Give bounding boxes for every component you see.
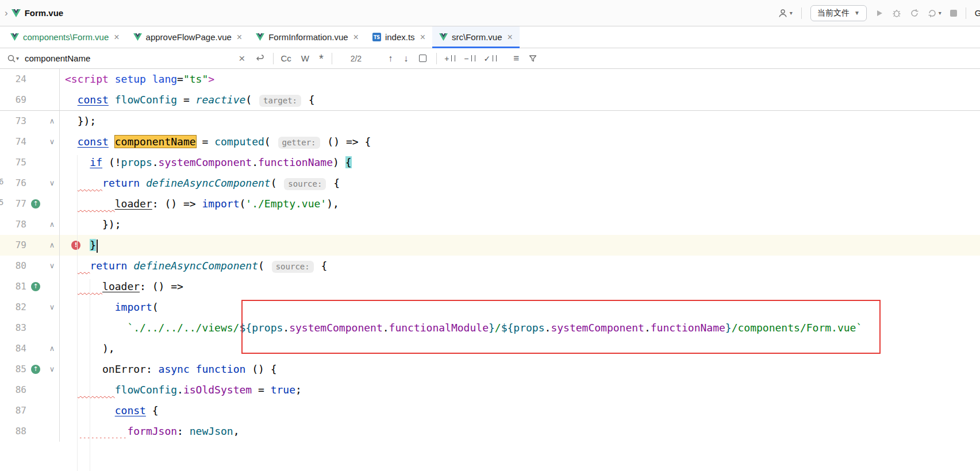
selection-bars-icon	[451, 55, 455, 61]
tab-close-icon[interactable]: ×	[237, 32, 242, 43]
divider	[966, 7, 966, 19]
select-all-occurrences-button[interactable]: ✓	[484, 54, 497, 63]
gutter: 88	[0, 421, 60, 442]
run-with-coverage-button[interactable]	[910, 9, 919, 18]
divider	[332, 53, 332, 64]
code-line-87[interactable]: 87 const {	[0, 400, 980, 421]
clear-search-icon[interactable]: ×	[239, 53, 245, 64]
fold-down-icon[interactable]: ∨	[45, 173, 59, 194]
code-line-82[interactable]: 82∨ import(	[0, 297, 980, 318]
next-match-button[interactable]: ↓	[403, 53, 408, 64]
debug-button[interactable]	[892, 9, 901, 18]
tab-close-icon[interactable]: ×	[507, 32, 512, 43]
line-number: 80	[0, 256, 26, 276]
fold-up-icon[interactable]: ∧	[45, 235, 59, 256]
rerun-button[interactable]: ▾	[928, 9, 941, 18]
regex-toggle[interactable]: *	[319, 53, 324, 64]
code-line-83[interactable]: 83 `./../../../views/${props.systemCompo…	[0, 318, 980, 338]
code-line-80[interactable]: 80∨ return defineAsyncComponent( source:…	[0, 256, 980, 276]
tab-src-form-vue[interactable]: src\Form.vue×	[432, 26, 520, 48]
code-line-75[interactable]: 75 if (!props.systemComponent.functionNa…	[0, 152, 980, 173]
fold-down-icon[interactable]: ∨	[45, 132, 59, 152]
gutter: 73∧	[0, 111, 60, 132]
code-line-84[interactable]: 84∧ ),	[0, 338, 980, 359]
code-line-69[interactable]: 69 const flowConfig = reactive( target: …	[0, 90, 980, 110]
text-caret	[97, 240, 98, 253]
tab-label: components\Form.vue	[23, 32, 109, 42]
selection-bars-icon	[493, 55, 497, 61]
match-count: 2/2	[351, 54, 362, 63]
search-options-icon[interactable]: ≡	[513, 53, 519, 64]
code-line-76[interactable]: 76∨ return defineAsyncComponent( source:…	[0, 173, 980, 194]
code-text: return defineAsyncComponent( source: {	[60, 256, 327, 276]
chevron-down-icon: ▼	[854, 10, 860, 16]
code-line-81[interactable]: 81↑ loader: () =>	[0, 276, 980, 297]
line-number: 74	[0, 132, 26, 152]
tab-close-icon[interactable]: ×	[420, 32, 425, 43]
newline-icon[interactable]	[255, 55, 264, 63]
indent-guide	[90, 279, 90, 471]
fold-down-icon[interactable]: ∨	[45, 297, 59, 318]
match-case-toggle[interactable]: Cc	[280, 53, 291, 63]
code-line-74[interactable]: 74∨ const componentName = computed( gett…	[0, 132, 980, 152]
run-button[interactable]	[875, 9, 883, 17]
tab-approveflowpage-vue[interactable]: approveFlowPage.vue×	[126, 26, 249, 48]
gutter: 69	[0, 90, 60, 110]
gutter: 80∨	[0, 256, 60, 276]
divider	[801, 7, 802, 19]
code-line-78[interactable]: 78∧ });	[0, 214, 980, 235]
search-input[interactable]: componentName	[25, 53, 90, 63]
user-account-button[interactable]: ▾	[778, 8, 793, 18]
tab-index-ts[interactable]: TSindex.ts×	[366, 26, 432, 48]
sticky-lines: 24<script setup lang="ts">69 const flowC…	[0, 69, 980, 111]
open-in-find-window-button[interactable]	[419, 55, 426, 62]
code-line-24[interactable]: 24<script setup lang="ts">	[0, 69, 980, 90]
gutter: 85↑∨	[0, 359, 60, 380]
code-line-85[interactable]: 85↑∨ onError: async function () {	[0, 359, 980, 380]
line-number: 87	[0, 400, 26, 421]
fold-up-icon[interactable]: ∧	[45, 338, 59, 359]
code-text: const componentName = computed( getter: …	[60, 132, 371, 152]
code-text: `./../../../views/${props.systemComponen…	[60, 318, 862, 338]
gutter: 84∧	[0, 338, 60, 359]
code-line-73[interactable]: 73∧ });	[0, 111, 980, 132]
tab-close-icon[interactable]: ×	[114, 32, 119, 43]
add-selection-button[interactable]: +	[444, 54, 455, 63]
tab-label: FormInformation.vue	[268, 32, 348, 42]
stop-button[interactable]	[950, 10, 957, 17]
run-configuration-selector[interactable]: 当前文件 ▼	[810, 5, 867, 21]
fold-down-icon[interactable]: ∨	[45, 359, 59, 380]
filter-icon[interactable]	[529, 55, 537, 63]
code-text: ),	[60, 338, 115, 359]
tab-close-icon[interactable]: ×	[353, 32, 359, 43]
code-line-77[interactable]: 77↑ loader: () => import('./Empty.vue'),	[0, 194, 980, 214]
chevron-down-icon: ▾	[790, 10, 793, 16]
window-title: Form.vue	[25, 8, 64, 18]
implementation-up-gutter-icon[interactable]: ↑	[26, 365, 45, 374]
git-widget[interactable]: Git	[975, 8, 980, 18]
fold-up-icon[interactable]: ∧	[45, 214, 59, 235]
fold-up-icon[interactable]: ∧	[45, 111, 59, 132]
whole-words-toggle[interactable]: W	[301, 53, 309, 63]
implementation-up-gutter-icon[interactable]: ↑	[26, 282, 45, 291]
search-icon[interactable]: ▾	[7, 54, 19, 63]
code-line-79[interactable]: 79∧ }!	[0, 235, 980, 256]
error-gutter-icon[interactable]: !	[71, 241, 80, 250]
tab-forminformation-vue[interactable]: FormInformation.vue×	[249, 26, 366, 48]
code-text: <script setup lang="ts">	[60, 69, 214, 90]
gutter: 74∨	[0, 132, 60, 152]
implementation-up-gutter-icon[interactable]: ↑	[26, 199, 45, 209]
previous-match-button[interactable]: ↑	[388, 53, 393, 64]
code-line-88[interactable]: 88 formJson: newJson,	[0, 421, 980, 442]
fold-down-icon[interactable]: ∨	[45, 256, 59, 276]
menu-chevron-icon[interactable]: ›	[5, 7, 8, 19]
line-number: 24	[0, 69, 26, 90]
search-history-chevron-icon[interactable]: ▾	[16, 55, 19, 61]
selection-bars-icon	[471, 55, 475, 61]
code-text: const flowConfig = reactive( target: {	[60, 90, 315, 110]
line-number: 73	[0, 111, 26, 132]
code-line-86[interactable]: 86 flowConfig.isOldSystem = true;	[0, 380, 980, 400]
tab-components-form-vue[interactable]: components\Form.vue×	[3, 26, 126, 48]
remove-selection-button[interactable]: −	[464, 54, 475, 63]
code-editor[interactable]: 24<script setup lang="ts">69 const flowC…	[0, 69, 980, 471]
